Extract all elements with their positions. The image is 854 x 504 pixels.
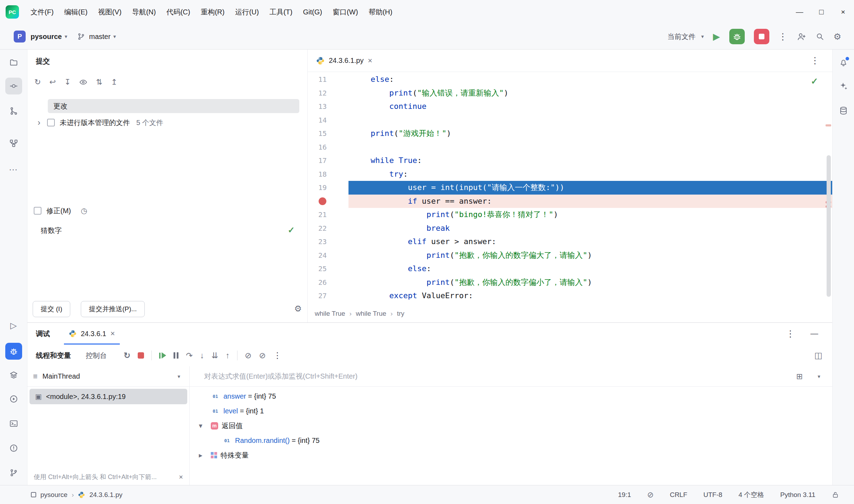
line-number[interactable]: 21 <box>308 208 327 222</box>
chevron-right-icon[interactable]: › <box>34 118 44 127</box>
structure-tool-icon[interactable] <box>5 135 22 152</box>
debug-session-tab[interactable]: 24.3.6.1 × <box>64 323 120 345</box>
code-line[interactable]: if user == answer: <box>308 195 832 208</box>
step-over-icon[interactable]: ↷ <box>186 351 193 360</box>
search-everywhere-icon[interactable] <box>815 32 824 41</box>
code-line[interactable]: 11 else: <box>308 73 832 86</box>
code-line[interactable]: 12 print("输入错误，请重新输入") <box>308 86 832 100</box>
run-button[interactable]: ▶ <box>713 31 720 42</box>
breadcrumb-item[interactable]: while True <box>315 310 345 318</box>
expand-all-icon[interactable]: ⇅ <box>96 78 102 87</box>
inspection-level-icon[interactable]: ⊘ <box>647 490 653 499</box>
commit-settings-gear-icon[interactable]: ⚙ <box>294 304 302 314</box>
line-number[interactable]: 26 <box>308 276 327 289</box>
code-line[interactable]: 13 continue <box>308 100 832 113</box>
terminal-tool-icon[interactable] <box>5 415 22 432</box>
code-line[interactable]: 22 break <box>308 222 832 235</box>
line-number[interactable]: 15 <box>308 127 327 140</box>
problems-tool-icon[interactable] <box>5 440 22 457</box>
view-breakpoints-icon[interactable]: ⊘ <box>245 351 252 360</box>
menu-item-window[interactable]: 窗口(W) <box>327 0 363 24</box>
editor-scrollbar[interactable] <box>827 155 831 297</box>
code-line[interactable]: 14 <box>308 113 832 127</box>
line-number[interactable]: 16 <box>308 140 327 154</box>
tab-threads-variables[interactable]: 线程和变量 <box>36 351 71 360</box>
branch-selector[interactable]: master <box>89 33 110 41</box>
step-into-icon[interactable]: ↓ <box>200 351 204 360</box>
lock-icon[interactable] <box>832 491 839 499</box>
rollback-icon[interactable]: ↩ <box>49 78 56 87</box>
commit-history-icon[interactable]: ◷ <box>81 207 87 215</box>
changes-group-row[interactable]: 更改 <box>48 99 299 113</box>
amend-checkbox[interactable] <box>34 207 41 215</box>
stop-debugger-icon[interactable] <box>138 352 144 359</box>
more-tool-windows-icon[interactable]: … <box>5 159 22 176</box>
services-tool-icon[interactable] <box>5 367 22 384</box>
code-line[interactable]: 28 print("输入错误，请重新输入") <box>308 303 832 305</box>
line-number[interactable]: 14 <box>308 113 327 127</box>
code-line[interactable]: 19 user = int(input("请输入一个整数:")) <box>308 181 832 195</box>
stop-button[interactable] <box>754 29 769 44</box>
settings-gear-icon[interactable]: ⚙ <box>834 32 841 42</box>
code-line[interactable]: 25 else: <box>308 262 832 276</box>
commit-button[interactable]: 提交 (I) <box>33 301 70 317</box>
variable-row[interactable]: 01Random.randint() = {int} 75 <box>190 433 832 448</box>
database-tool-icon[interactable] <box>835 102 852 119</box>
code-line[interactable]: 18 try: <box>308 168 832 181</box>
code-line[interactable]: 23 elif user > answer: <box>308 235 832 249</box>
rerun-debugger-icon[interactable]: ↻ <box>124 351 130 360</box>
code-with-me-icon[interactable] <box>797 32 806 41</box>
line-number[interactable]: 22 <box>308 222 327 235</box>
tab-close-icon[interactable]: × <box>368 56 372 65</box>
watch-input-row[interactable]: 对表达式求值(Enter)或添加监视(Ctrl+Shift+Enter) ⊞ ▾ <box>190 366 832 387</box>
refresh-icon[interactable]: ↻ <box>34 78 41 87</box>
code-line[interactable]: 17 while True: <box>308 154 832 168</box>
step-out-icon[interactable]: ↑ <box>226 351 230 360</box>
shelve-icon[interactable]: ↧ <box>64 78 71 87</box>
layout-settings-icon[interactable]: ◫ <box>814 351 822 360</box>
thread-selector[interactable]: ≡ MainThread ▾ <box>27 366 189 387</box>
code-line[interactable]: 27 except ValueError: <box>308 289 832 303</box>
variable-row[interactable]: 01level = {int} 1 <box>190 404 832 418</box>
menu-item-refactor[interactable]: 重构(R) <box>195 0 230 24</box>
maximize-button[interactable]: □ <box>810 0 832 24</box>
menu-item-navigate[interactable]: 导航(N) <box>127 0 161 24</box>
debug-button[interactable] <box>729 29 745 44</box>
variable-row[interactable]: ▾m返回值 <box>190 418 832 433</box>
stripe-mark[interactable] <box>826 124 831 126</box>
notifications-icon[interactable] <box>835 54 852 71</box>
menu-item-file[interactable]: 文件(F) <box>25 0 59 24</box>
code-line[interactable]: 15 print("游戏开始！") <box>308 127 832 140</box>
breadcrumb-item[interactable]: while True <box>356 310 386 318</box>
commit-and-push-button[interactable]: 提交并推送(P)... <box>81 301 145 317</box>
run-config-selector[interactable]: 当前文件 ▾ <box>667 32 704 41</box>
line-number[interactable]: 19 <box>308 181 327 195</box>
status-file[interactable]: 24.3.6.1.py <box>89 491 122 499</box>
code-line[interactable]: 24 print("抱歉，你输入的数字偏大了，请输入") <box>308 249 832 262</box>
file-encoding[interactable]: UTF-8 <box>703 491 722 499</box>
collapse-all-icon[interactable]: ↥ <box>111 78 117 87</box>
minimize-button[interactable]: — <box>789 0 810 24</box>
stack-frame-row[interactable]: ▣ <module>, 24.3.6.1.py:19 <box>30 389 187 404</box>
pause-icon[interactable] <box>174 352 178 359</box>
force-step-into-icon[interactable]: ⇊ <box>211 351 218 360</box>
pull-requests-tool-icon[interactable] <box>5 103 22 119</box>
debug-options-icon[interactable]: ⋮ <box>786 328 795 339</box>
more-actions-icon[interactable]: ⋮ <box>778 31 788 42</box>
line-number[interactable]: 25 <box>308 262 327 276</box>
hide-panel-icon[interactable]: — <box>810 329 818 338</box>
add-watch-icon[interactable]: ⊞ <box>796 372 803 381</box>
unversioned-checkbox[interactable] <box>47 119 55 126</box>
variable-row[interactable]: ▸特殊变量 <box>190 448 832 463</box>
preview-diff-icon[interactable] <box>79 78 87 86</box>
line-number[interactable]: 13 <box>308 100 327 113</box>
commit-message-input[interactable]: 猜数字 ✓ <box>27 222 307 299</box>
caret-position[interactable]: 19:1 <box>618 491 631 499</box>
line-number[interactable]: 18 <box>308 168 327 181</box>
debug-more-icon[interactable]: ⋮ <box>273 351 281 360</box>
menu-item-edit[interactable]: 编辑(E) <box>59 0 93 24</box>
commit-tool-icon[interactable] <box>5 78 22 94</box>
mute-breakpoints-icon[interactable]: ⊘ <box>259 351 266 360</box>
line-number[interactable]: 11 <box>308 73 327 86</box>
inspections-ok-icon[interactable]: ✓ <box>811 76 818 86</box>
